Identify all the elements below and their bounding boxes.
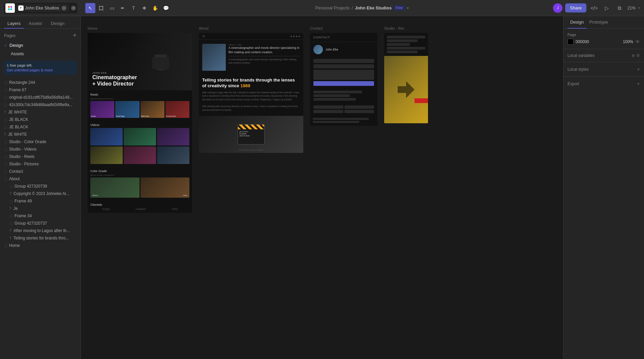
studio-lines [387, 36, 425, 53]
layer-telling-stories[interactable]: T Telling stories for brands thro... [0, 234, 81, 242]
tab-design[interactable]: Design [568, 16, 586, 29]
layer-home[interactable]: ⬚ Home [0, 242, 81, 249]
home-frame-label: Home [88, 26, 192, 30]
frame-icon: ⬚ [4, 155, 7, 159]
home-hero: JOHN EKE Cinematographer + Video Directo… [88, 33, 192, 90]
layer-label: JE BLACK [9, 117, 28, 122]
contact-submit[interactable] [313, 81, 374, 86]
add-page-button[interactable]: + [73, 32, 76, 39]
home-frame[interactable]: JOHN EKE Cinematographer + Video Directo… [88, 33, 192, 213]
clapper-visual: 16:21:34:21 Roadside Jakob & Ryan [238, 124, 265, 144]
local-variables-label: Local variables [568, 53, 594, 58]
visibility-icon[interactable]: 👁 [635, 39, 640, 44]
layer-je-black-1[interactable]: ⬚ JE BLACK [0, 116, 81, 123]
contact-field-2 [313, 64, 374, 68]
after-label: After [183, 194, 187, 196]
topbar: F John Eke Studios × + ↖ ▭ ✒ T ❖ ✋ 💬 Per… [0, 0, 644, 16]
clapper-inner: 16:21:34:21 Roadside Jakob & Ryan [199, 116, 303, 153]
code-view-button[interactable]: </> [589, 3, 599, 13]
svg-rect-4 [99, 6, 103, 10]
tab-prototype[interactable]: Prototype [586, 16, 611, 29]
zoom-dropdown-icon[interactable]: ▾ [638, 6, 640, 10]
tab-design-switcher[interactable]: Design [48, 19, 68, 29]
reels-grid: Avatar Road Rage Eiffel Paris Formula On… [90, 101, 189, 118]
text-tool[interactable]: T [128, 3, 139, 13]
layer-rectangle244[interactable]: ⬚ Rectangle 244 [0, 79, 81, 86]
local-styles-row: Local styles + [568, 66, 640, 72]
layer-studio-reels[interactable]: ⬚ Studio - Reels [0, 153, 81, 160]
about-profile: ABOUT ME A cinematographer and movie dir… [199, 40, 303, 75]
layer-studio-videos[interactable]: ⬚ Studio - Videos [0, 145, 81, 153]
canvas[interactable]: Home [81, 16, 563, 359]
studio-frame[interactable] [384, 33, 428, 123]
plan-dropdown-icon[interactable]: ▾ [407, 6, 409, 10]
pages-section: Pages + [0, 29, 81, 41]
active-tab[interactable]: F John Eke Studios × [16, 4, 69, 12]
layer-label: Je [13, 206, 18, 211]
page-assets[interactable]: Assets [0, 50, 81, 58]
layer-group427320739[interactable]: ⬚ Group 427320739 [0, 183, 81, 190]
layer-studio-color[interactable]: ⬚ Studio - Color Grade [0, 138, 81, 145]
layer-je-white-2[interactable]: T JE WHITE [0, 131, 81, 138]
tab-layers[interactable]: Layers [4, 19, 24, 29]
frame-icon: ⬚ [4, 244, 7, 248]
about-body-brief: A cinematographer and movie director spe… [228, 58, 300, 65]
share-button[interactable]: Share [565, 3, 586, 12]
promo-link[interactable]: Get unlimited pages & more [7, 68, 74, 72]
about-headline-text: Telling stories for brands through the l… [202, 77, 300, 89]
pen-tool[interactable]: ✒ [118, 3, 128, 13]
layer-je[interactable]: T Je [0, 205, 81, 212]
layer-label: Studio - Videos [9, 147, 36, 152]
layer-original[interactable]: ⬚ original-d191cdf675d9a56d9a148... [0, 94, 81, 101]
tab-close-button[interactable]: × [62, 6, 66, 10]
mirror-button[interactable]: ⧉ [615, 3, 625, 13]
layer-42c[interactable]: ⬚ 42c300c7dc348d68aadfd34f6e9a... [0, 101, 81, 108]
layer-label: Rectangle 244 [9, 80, 35, 85]
comment-tool[interactable]: 💬 [161, 3, 171, 13]
contact-message [313, 70, 374, 80]
move-tool[interactable]: ↖ [85, 3, 95, 13]
layer-label: After moving to Lagos after th... [13, 228, 70, 233]
page-design[interactable]: ✓ Design [0, 41, 81, 50]
layer-frame67[interactable]: ⬚ Frame 67 [0, 86, 81, 94]
tab-assets[interactable]: Assets• [25, 19, 46, 29]
layer-je-white-1[interactable]: T JE WHITE [0, 108, 81, 116]
layer-about[interactable]: ⬚ About [0, 175, 81, 183]
layer-contact[interactable]: ⬚ Contact [0, 168, 81, 175]
lv-edit-icon[interactable]: ⊕ [632, 53, 635, 58]
about-frame-group: About JE [199, 26, 303, 349]
main-area: Layers Assets• Design Pages + ✓ Design A… [0, 16, 644, 359]
layer-label: JE WHITE [8, 110, 27, 115]
present-button[interactable]: ▷ [602, 3, 612, 13]
hand-tool[interactable]: ✋ [150, 3, 160, 13]
layer-frame34[interactable]: ⬚ Frame 34 [0, 212, 81, 220]
layer-label: Group 427320737 [14, 221, 47, 226]
about-frame[interactable]: JE ABOUT ME A cinematograp [199, 33, 303, 153]
videos-grid [90, 128, 189, 164]
contact-avatar [313, 45, 323, 54]
frame-tool[interactable] [96, 3, 106, 13]
hero-title-line2: + Video Director [92, 80, 137, 87]
before-label: Before [92, 194, 98, 196]
layer-group427320737[interactable]: ⬚ Group 427320737 [0, 220, 81, 227]
layer-frame49[interactable]: ⬚ Frame 49 [0, 197, 81, 205]
new-tab-button[interactable]: + [71, 6, 76, 10]
component-tool[interactable]: ❖ [139, 3, 149, 13]
reel-thumb-4: Formula One [165, 101, 189, 118]
add-export-button[interactable]: + [637, 81, 640, 87]
lv-settings-icon[interactable]: ⚙ [636, 53, 640, 58]
color-swatch[interactable] [568, 39, 574, 45]
layer-je-black-2[interactable]: ⬚ JE BLACK [0, 123, 81, 131]
add-style-button[interactable]: + [637, 66, 640, 72]
about-info: ABOUT ME A cinematographer and movie dir… [228, 44, 300, 71]
layer-label: Frame 49 [14, 199, 32, 203]
layer-studio-pictures[interactable]: ⬚ Studio - Pictures [0, 160, 81, 168]
video-thumb-1 [90, 128, 123, 145]
layer-after-moving[interactable]: T After moving to Lagos after th... [0, 227, 81, 234]
layer-label: JE BLACK [9, 125, 28, 129]
layer-copyright[interactable]: T Copyright © 2023 Johneke Al... [0, 190, 81, 197]
clientele-title: Clientele [90, 203, 189, 206]
social-chip-3 [313, 110, 343, 113]
contact-frame[interactable]: CONTACT John Eke [310, 33, 377, 126]
shape-tool[interactable]: ▭ [107, 3, 117, 13]
